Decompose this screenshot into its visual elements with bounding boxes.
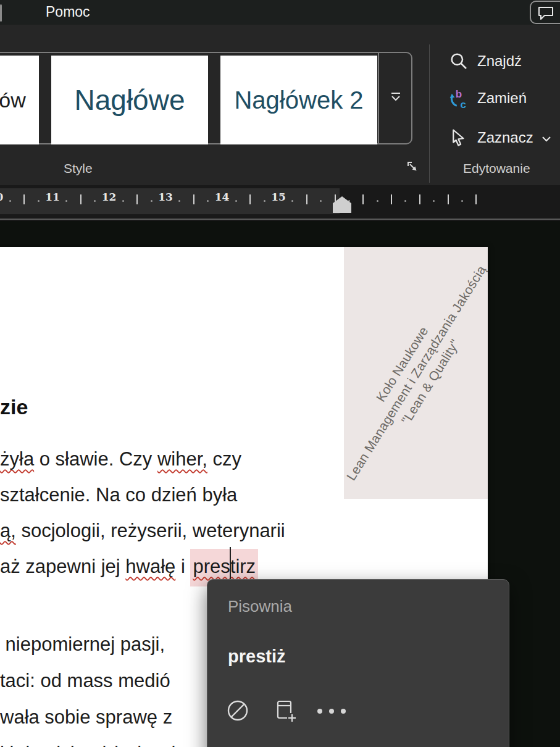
find-label: Znajdź (477, 52, 522, 70)
search-icon (448, 51, 469, 71)
ruler-tick (362, 194, 364, 204)
style-card-heading-2[interactable]: Nagłówek 2 (220, 56, 377, 144)
ruler-dot (433, 200, 435, 202)
style-card-heading-1[interactable]: Nagłówe (51, 56, 208, 144)
ruler-divider (0, 219, 560, 220)
misspelled-word[interactable]: wiher, (157, 448, 207, 470)
text-line[interactable]: aż zapewni jej hwałę i prestirz (0, 556, 258, 578)
select-label: Zaznacz (477, 129, 533, 146)
text-run: ształcenie. Na co dzień była (0, 484, 237, 506)
text-run: i (175, 556, 190, 577)
text-line[interactable]: niepomiernej pasji, (0, 633, 165, 656)
find-button[interactable]: Znajdź (448, 47, 522, 75)
text-run: o sławie. Czy (34, 448, 157, 470)
gallery-more-icon (390, 92, 402, 105)
text-run: ki do nich także i wal (0, 743, 175, 747)
ribbon-tab-pomoc[interactable]: Pomoc (46, 4, 90, 20)
styles-group-label: Style (64, 161, 93, 176)
ruler-dot (151, 200, 153, 202)
title-bar: Pomoc (0, 0, 560, 25)
watermark-line: Lean Management i Zarządzania Jakością (344, 247, 488, 499)
text-line[interactable]: żyła o sławie. Czy wiher, czy (0, 448, 241, 470)
ribbon-group-separator (429, 44, 430, 183)
text-line[interactable]: wała sobie sprawę z (0, 706, 172, 728)
ignore-all-button[interactable] (224, 697, 252, 725)
ruler-number: 10 (0, 191, 3, 203)
styles-dialog-launcher-icon[interactable] (406, 161, 421, 175)
ruler-tick (475, 194, 477, 204)
text-run: socjologii, reżyserii, weterynarii (16, 520, 285, 541)
ruler-dot (377, 200, 378, 202)
ruler-tick (193, 194, 194, 204)
ruler-tick (448, 194, 449, 204)
spellcheck-context-menu: Pisownia prestiż (207, 579, 509, 747)
style-card-no-spacing[interactable]: pów (0, 56, 39, 144)
ruler-dot (235, 200, 237, 202)
ruler-tick (136, 194, 138, 204)
ellipsis-icon (317, 709, 346, 714)
ruler-tick (306, 194, 307, 204)
ignore-all-icon (224, 697, 251, 726)
text-run: wała sobie sprawę z (0, 706, 172, 728)
ruler-dot (38, 200, 40, 202)
replace-label: Zamień (477, 90, 527, 107)
ruler-tick (419, 194, 420, 204)
ruler-number: 15 (271, 191, 286, 203)
ruler-dot (404, 200, 406, 202)
editing-group-label: Edytowanie (463, 161, 530, 176)
styles-gallery-more-button[interactable] (378, 53, 412, 143)
text-run: taci: od mass medió (0, 670, 170, 691)
ruler-tick (249, 194, 251, 204)
svg-text:c: c (461, 99, 466, 109)
chevron-down-icon (541, 129, 551, 146)
ruler-number: 13 (158, 191, 173, 203)
document-canvas: Koło Naukowe Lean Management i Zarządzan… (0, 221, 560, 747)
misspelled-word[interactable]: ą, (0, 520, 16, 541)
ruler-dot (122, 200, 124, 202)
more-options-button[interactable] (317, 697, 346, 725)
ruler-number: 11 (45, 191, 60, 203)
text-run: aż zapewni jej (0, 556, 125, 577)
ruler-tick (23, 194, 25, 204)
ribbon: pów Nagłówe Nagłówek 2 Style (0, 25, 560, 185)
text-line[interactable]: ą, socjologii, reżyserii, weterynarii (0, 520, 285, 542)
add-to-dictionary-icon (271, 697, 298, 726)
heading-fragment: zie (0, 395, 28, 419)
ruler-number: 12 (102, 191, 117, 203)
ruler-tick (80, 194, 81, 204)
select-cursor-icon (448, 128, 469, 147)
watermark-block: Koło Naukowe Lean Management i Zarządzan… (344, 247, 488, 499)
text-line[interactable]: ki do nich także i wal (0, 743, 175, 747)
spelling-suggestion-item[interactable]: prestiż (228, 646, 285, 667)
spellcheck-actions-row (224, 697, 346, 725)
add-to-dictionary-button[interactable] (270, 697, 299, 725)
misspelled-word[interactable]: żyła (0, 448, 34, 470)
horizontal-ruler[interactable]: 101112131415 (0, 185, 560, 221)
text-run: czy (207, 448, 241, 470)
select-button[interactable]: Zaznacz (448, 123, 551, 152)
text-line[interactable]: ształcenie. Na co dzień była (0, 484, 237, 506)
word-app-window: Pomoc pów Nagłówe Nagłówek 2 Style (0, 0, 560, 747)
ruler-tick (391, 194, 392, 204)
replace-icon: b c (448, 88, 469, 109)
replace-button[interactable]: b c Zamień (448, 84, 527, 112)
cutoff-toolbar-fragment (0, 4, 2, 22)
misspelled-word[interactable]: hwałę (125, 556, 175, 577)
ruler-dot (461, 200, 463, 202)
text-line[interactable]: taci: od mass medió (0, 670, 170, 692)
ruler-dot (9, 200, 11, 202)
comments-button[interactable] (530, 1, 560, 24)
watermark-text: Koło Naukowe Lean Management i Zarządzan… (344, 247, 488, 499)
text-run: niepomiernej pasji, (0, 633, 165, 655)
ruler-dot (264, 200, 265, 202)
ruler-number: 14 (215, 191, 230, 203)
spellcheck-menu-title: Pisownia (228, 597, 292, 616)
